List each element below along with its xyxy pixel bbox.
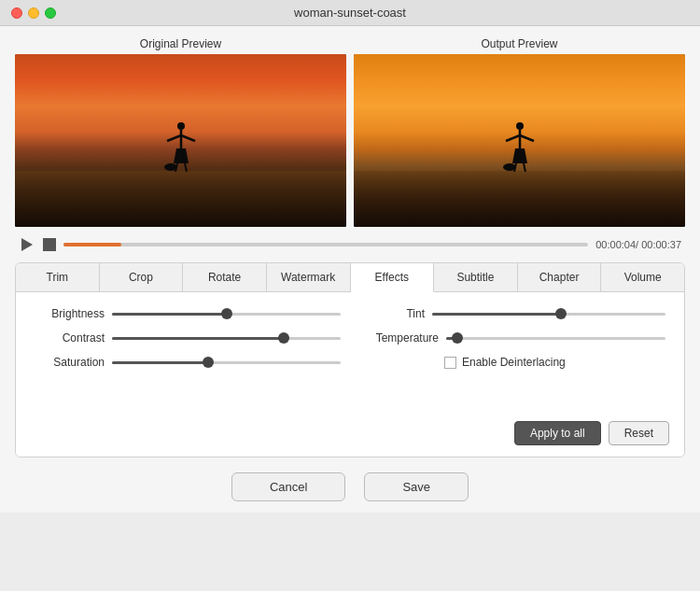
brightness-row: Brightness [35, 307, 341, 320]
tint-label: Tint [359, 307, 425, 320]
svg-point-8 [516, 122, 524, 130]
saturation-thumb[interactable] [203, 357, 214, 368]
tint-fill [432, 313, 561, 316]
temperature-row: Temperature [359, 331, 665, 345]
brightness-thumb[interactable] [221, 308, 232, 319]
svg-line-4 [181, 135, 195, 141]
contrast-fill [112, 337, 284, 340]
temperature-label: Temperature [359, 331, 439, 345]
original-preview-video [15, 54, 346, 227]
tab-chapter[interactable]: Chapter [518, 263, 602, 291]
cancel-button[interactable]: Cancel [231, 472, 345, 501]
output-preview-label: Output Preview [481, 37, 557, 50]
output-preview-video [354, 54, 685, 227]
tab-crop[interactable]: Crop [100, 263, 184, 291]
tint-slider[interactable] [432, 313, 665, 316]
minimize-button[interactable] [28, 7, 39, 19]
play-icon [21, 238, 33, 251]
tint-row: Tint [359, 307, 665, 320]
saturation-label: Saturation [35, 356, 105, 369]
tint-thumb[interactable] [555, 308, 567, 319]
original-preview-label: Original Preview [140, 37, 221, 50]
svg-line-14 [524, 163, 525, 172]
svg-marker-10 [512, 148, 527, 163]
main-content: Original Preview [0, 26, 700, 513]
svg-point-15 [503, 163, 516, 171]
original-preview-panel: Original Preview [15, 37, 346, 227]
deinterlace-checkbox[interactable] [444, 357, 456, 369]
contrast-row: Contrast [35, 331, 341, 345]
svg-point-7 [164, 163, 177, 171]
svg-line-6 [185, 163, 187, 172]
tab-trim[interactable]: Trim [16, 263, 100, 291]
tab-effects[interactable]: Effects [351, 263, 435, 292]
time-display: 00:00:04/ 00:00:37 [595, 239, 681, 250]
close-button[interactable] [11, 7, 22, 19]
save-button[interactable]: Save [364, 472, 469, 501]
temperature-slider[interactable] [446, 337, 665, 340]
stop-button[interactable] [43, 238, 56, 251]
output-preview-panel: Output Preview [354, 37, 685, 227]
svg-point-0 [177, 122, 185, 130]
effects-content: Brightness Contrast [16, 292, 684, 414]
tab-subtitle[interactable]: Subtitle [434, 263, 518, 291]
contrast-label: Contrast [35, 331, 105, 345]
saturation-row: Saturation [35, 356, 341, 369]
tab-volume[interactable]: Volume [601, 263, 684, 291]
play-button[interactable] [19, 236, 35, 253]
progress-bar[interactable] [63, 243, 588, 246]
maximize-button[interactable] [45, 7, 56, 19]
reset-button[interactable]: Reset [609, 421, 669, 445]
window-title: woman-sunset-coast [294, 6, 406, 20]
brightness-slider[interactable] [112, 313, 341, 316]
tab-rotate[interactable]: Rotate [183, 263, 267, 291]
svg-line-12 [520, 135, 534, 141]
svg-line-11 [506, 135, 520, 141]
brightness-fill [112, 313, 227, 316]
apply-to-all-button[interactable]: Apply to all [514, 421, 601, 445]
deinterlace-row: Enable Deinterlacing [359, 356, 665, 369]
bottom-buttons: Cancel Save [15, 467, 685, 501]
progress-fill [63, 243, 121, 246]
silhouette-original [163, 120, 199, 176]
tabs-panel: Trim Crop Rotate Watermark Effects Subti… [15, 262, 685, 457]
playback-controls: 00:00:04/ 00:00:37 [15, 236, 685, 253]
deinterlace-label: Enable Deinterlacing [462, 356, 566, 369]
saturation-slider[interactable] [112, 361, 341, 364]
svg-marker-2 [174, 148, 189, 163]
temperature-thumb[interactable] [452, 332, 463, 344]
traffic-lights [11, 7, 56, 19]
preview-area: Original Preview [15, 37, 685, 227]
apply-reset-row: Apply to all Reset [16, 414, 684, 457]
titlebar: woman-sunset-coast [0, 0, 700, 26]
svg-line-3 [167, 135, 181, 141]
contrast-thumb[interactable] [278, 332, 289, 344]
brightness-label: Brightness [35, 307, 105, 320]
tab-watermark[interactable]: Watermark [267, 263, 351, 291]
contrast-slider[interactable] [112, 337, 341, 340]
saturation-fill [112, 361, 208, 364]
silhouette-output [502, 120, 538, 176]
tabs-header: Trim Crop Rotate Watermark Effects Subti… [16, 263, 684, 292]
